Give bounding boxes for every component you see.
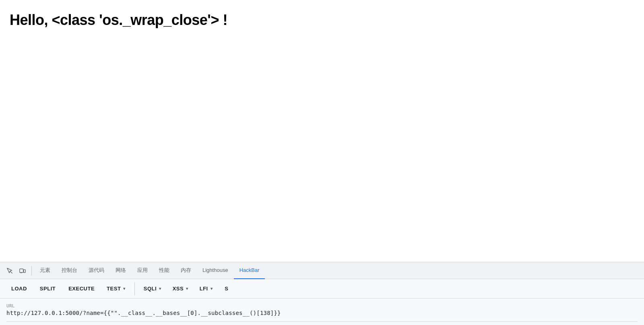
load-button[interactable]: LOAD xyxy=(5,283,33,294)
xss-button[interactable]: XSS ▾ xyxy=(167,283,194,294)
tab-elements[interactable]: 元素 xyxy=(34,262,56,279)
page-heading: Hello, <class 'os._wrap_close'> ! xyxy=(10,11,634,29)
tab-console[interactable]: 控制台 xyxy=(56,262,83,279)
sqli-dropdown-arrow: ▾ xyxy=(159,286,161,291)
xss-dropdown-arrow: ▾ xyxy=(186,286,188,291)
lfi-dropdown-arrow: ▾ xyxy=(211,286,213,291)
svg-line-0 xyxy=(10,271,12,273)
device-toggle-button[interactable] xyxy=(16,264,29,277)
tab-hackbar[interactable]: HackBar xyxy=(234,262,265,279)
tab-network[interactable]: 网络 xyxy=(110,262,132,279)
lfi-button[interactable]: LFI ▾ xyxy=(194,283,219,294)
execute-button[interactable]: EXECUTE xyxy=(62,283,101,294)
tab-lighthouse[interactable]: Lighthouse xyxy=(197,262,234,279)
test-button[interactable]: TEST ▾ xyxy=(101,283,131,294)
hackbar-toolbar: LOAD SPLIT EXECUTE TEST ▾ SQLI ▾ XSS ▾ L… xyxy=(0,279,644,298)
sqli-button[interactable]: SQLI ▾ xyxy=(138,283,167,294)
test-button-label: TEST xyxy=(107,286,121,292)
svg-rect-2 xyxy=(24,269,26,272)
url-separator xyxy=(6,321,638,322)
tab-performance[interactable]: 性能 xyxy=(153,262,175,279)
svg-rect-1 xyxy=(20,269,23,272)
test-dropdown-arrow: ▾ xyxy=(123,286,126,291)
inspect-icon-button[interactable] xyxy=(3,264,16,277)
url-value[interactable]: http://127.0.0.1:5000/?name={{"".__class… xyxy=(6,309,638,317)
tab-memory[interactable]: 内存 xyxy=(175,262,197,279)
tabbar-divider xyxy=(31,266,32,276)
hackbar-url-section: URL http://127.0.0.1:5000/?name={{"".__c… xyxy=(0,298,644,325)
s-button[interactable]: S xyxy=(218,283,235,294)
tab-application[interactable]: 应用 xyxy=(132,262,153,279)
sqli-button-label: SQLI xyxy=(144,286,157,292)
devtools-tabbar: 元素 控制台 源代码 网络 应用 性能 内存 Lighthouse HackBa… xyxy=(0,262,644,279)
xss-button-label: XSS xyxy=(173,286,184,292)
split-button[interactable]: SPLIT xyxy=(33,283,62,294)
lfi-button-label: LFI xyxy=(200,286,208,292)
hackbar-divider xyxy=(134,282,135,295)
devtools-panel: 元素 控制台 源代码 网络 应用 性能 内存 Lighthouse HackBa… xyxy=(0,262,644,325)
url-label: URL xyxy=(6,303,638,309)
main-content: Hello, <class 'os._wrap_close'> ! xyxy=(0,0,644,262)
tab-sources[interactable]: 源代码 xyxy=(83,262,110,279)
